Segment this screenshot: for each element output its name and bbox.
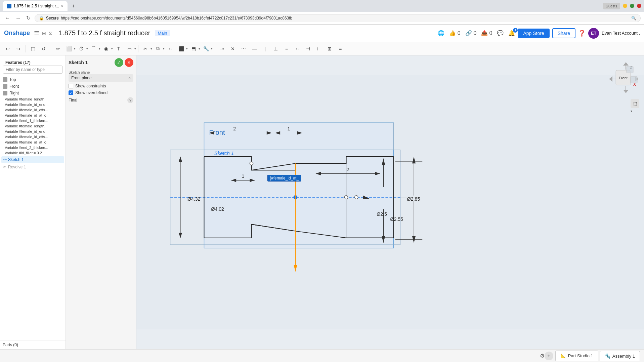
tab-part-studio[interactable]: 📐 Part Studio 1 — [555, 351, 598, 361]
sidebar-variable-9[interactable]: Variable #end_2_thickne... — [0, 145, 66, 150]
sort-button[interactable]: ⊞ — [42, 31, 46, 36]
convert-tool-group[interactable]: 🔧 ▾ — [201, 44, 213, 54]
sidebar-variable-3[interactable]: Variable #female_id_at_o... — [0, 113, 66, 118]
equal-tool[interactable]: = — [282, 44, 292, 54]
slot-tool[interactable]: ▭ — [124, 44, 134, 54]
transform-dropdown[interactable]: ▾ — [199, 47, 200, 50]
arc-tool-group[interactable]: ⌒ ▾ — [89, 44, 100, 54]
close-button[interactable] — [637, 4, 641, 8]
coincident-tool[interactable]: ✕ — [228, 44, 238, 54]
sidebar-item-front[interactable]: Front — [0, 83, 66, 90]
view-dropdown[interactable]: ▾ — [631, 109, 639, 113]
notification-icon[interactable]: 🔔 1 — [508, 30, 515, 36]
sidebar-variable-5[interactable]: Variable #female_length... — [0, 123, 66, 129]
globe-icon[interactable]: 🌐 — [438, 30, 444, 36]
circle-tool[interactable]: ⏱ — [76, 44, 86, 54]
arc-dropdown[interactable]: ▾ — [99, 47, 100, 50]
mirror-tool[interactable]: ↔ — [165, 44, 175, 54]
sidebar-variable-6[interactable]: Variable #female_id_end... — [0, 129, 66, 134]
active-tab[interactable]: 1.875 f to 2.5 f straight r... × — [3, 1, 68, 11]
point-on-tool[interactable]: ⊸ — [217, 44, 227, 54]
line-tool[interactable]: ✏ — [53, 44, 63, 54]
midpoint-tool[interactable]: ⋯ — [239, 44, 249, 54]
slot-dropdown[interactable]: ▾ — [134, 47, 136, 50]
link-button[interactable]: 🔗 0 — [465, 30, 476, 36]
help-button[interactable]: ❓ — [578, 30, 586, 37]
share-count-button[interactable]: 📤 0 — [481, 30, 492, 36]
offset-tool-group[interactable]: ⧉ ▾ — [153, 44, 165, 54]
variable-dim-box[interactable]: {#female_id_at_ — [267, 175, 301, 182]
add-tab-button[interactable]: + — [545, 352, 553, 360]
sidebar-filter-input[interactable] — [3, 66, 63, 74]
pierce-tool[interactable]: ≡ — [335, 44, 345, 54]
forward-button[interactable]: → — [14, 14, 22, 22]
slot-tool-group[interactable]: ▭ ▾ — [124, 44, 136, 54]
vertical-tool[interactable]: | — [260, 44, 270, 54]
point-tool-group[interactable]: ◉ ▾ — [101, 44, 113, 54]
circle-tool-group[interactable]: ⏱ ▾ — [76, 44, 88, 54]
sidebar-variable-0[interactable]: Variable #female_length ... — [0, 96, 66, 102]
avatar[interactable]: ET — [588, 28, 599, 39]
address-input[interactable]: 🔒 Secure https://cad.onshape.com/documen… — [35, 14, 641, 22]
arc-tool[interactable]: ⌒ — [89, 44, 99, 54]
pattern-tool-group[interactable]: ⬛ ▾ — [176, 44, 188, 54]
sidebar-variable-1[interactable]: Variable #female_id_end... — [0, 102, 66, 107]
show-constraints-checkbox[interactable] — [69, 84, 73, 88]
transform-tool-group[interactable]: ⬒ ▾ — [188, 44, 200, 54]
pattern-dropdown[interactable]: ▾ — [186, 47, 188, 50]
bottom-settings-button[interactable]: ⚙ — [540, 353, 545, 359]
sidebar-variable-7[interactable]: Variable #female_id_offs... — [0, 134, 66, 139]
config-button[interactable]: ⧖ — [49, 30, 52, 36]
rect-tool-group[interactable]: ⬜ ▾ — [64, 44, 76, 54]
perpendicular-tool[interactable]: ⊥ — [271, 44, 281, 54]
sketch-help-button[interactable]: ? — [127, 97, 133, 103]
text-tool[interactable]: T — [114, 44, 124, 54]
trim-tool-group[interactable]: ✂ ▾ — [140, 44, 152, 54]
sidebar-variable-2[interactable]: Variable #female_id_offs... — [0, 107, 66, 113]
like-button[interactable]: 👍 0 — [449, 30, 460, 36]
point-dropdown[interactable]: ▾ — [111, 47, 113, 50]
fix-tool[interactable]: ⊞ — [325, 44, 335, 54]
comment-icon[interactable]: 💬 — [497, 30, 504, 36]
sidebar-variable-8[interactable]: Variable #female_id_at_o... — [0, 139, 66, 145]
sidebar-item-revolve1[interactable]: ⟳ Revolve 1 — [0, 164, 66, 170]
rect-tool[interactable]: ⬜ — [64, 44, 74, 54]
convert-dropdown[interactable]: ▾ — [211, 47, 213, 50]
sidebar-item-sketch1[interactable]: ✏ Sketch 1 — [1, 156, 64, 163]
redo-button[interactable]: ↪ — [13, 44, 24, 54]
tab-assembly[interactable]: 🔩 Assembly 1 — [600, 351, 640, 361]
sketch-confirm-button[interactable]: ✓ — [115, 58, 123, 67]
sketch-cancel-button[interactable]: ✕ — [125, 58, 133, 67]
trim-dropdown[interactable]: ▾ — [151, 47, 152, 50]
convert-tool[interactable]: 🔧 — [201, 44, 211, 54]
new-tab-button[interactable]: + — [69, 1, 78, 11]
show-overdefined-checkbox[interactable]: ✓ — [69, 90, 73, 95]
offset-dropdown[interactable]: ▾ — [163, 47, 165, 50]
rect-dropdown[interactable]: ▾ — [74, 47, 76, 50]
sidebar-variable-10[interactable]: Variable #id_fillet = 0.2 — [0, 150, 66, 156]
maximize-button[interactable] — [630, 4, 634, 8]
pattern-tool[interactable]: ⬛ — [176, 44, 186, 54]
history-button[interactable]: ↺ — [39, 44, 49, 54]
point-tool[interactable]: ◉ — [101, 44, 111, 54]
circle-dropdown[interactable]: ▾ — [86, 47, 88, 50]
menu-button[interactable]: ☰ — [34, 30, 39, 37]
view-box-button[interactable]: ⬚ — [631, 99, 639, 108]
sidebar-variable-4[interactable]: Variable #end_1_thickne... — [0, 118, 66, 123]
offset-tool[interactable]: ⧉ — [153, 44, 163, 54]
nav-cube[interactable]: Front Z X — [606, 59, 640, 96]
copy-button[interactable]: ⬚ — [28, 44, 38, 54]
tab-close-icon[interactable]: × — [61, 4, 63, 8]
app-store-button[interactable]: App Store — [518, 29, 549, 38]
trim-tool[interactable]: ✂ — [140, 44, 151, 54]
parallel-tool[interactable]: ↔ — [292, 44, 302, 54]
tangent-tool[interactable]: ⊣ — [303, 44, 313, 54]
undo-button[interactable]: ↩ — [3, 44, 13, 54]
transform-tool[interactable]: ⬒ — [188, 44, 199, 54]
branch-label[interactable]: Main — [155, 30, 170, 36]
sketch-plane-close[interactable]: × — [128, 76, 131, 80]
back-button[interactable]: ← — [3, 14, 11, 22]
symmetric-tool[interactable]: ⊢ — [314, 44, 324, 54]
refresh-button[interactable]: ↻ — [25, 14, 32, 22]
share-button[interactable]: Share — [552, 28, 575, 38]
